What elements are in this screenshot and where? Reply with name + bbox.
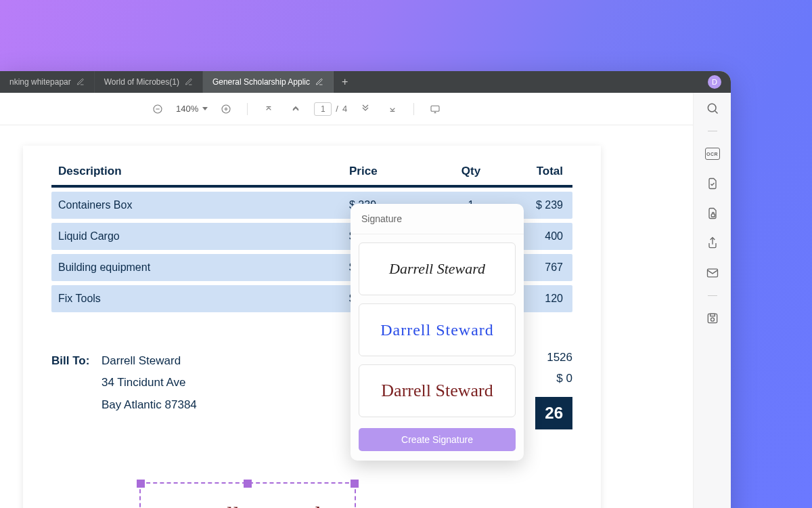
separator [708, 131, 717, 131]
table-headers: Description Price Qty Total [51, 161, 572, 188]
signature-text: Darrell Steward [175, 503, 321, 508]
convert-icon[interactable] [705, 176, 720, 191]
zoom-in-button[interactable] [217, 100, 235, 118]
bill-city: Bay Atlantic 87384 [102, 394, 197, 416]
signature-option-1[interactable]: Darrell Steward [359, 242, 516, 295]
separator [247, 103, 248, 115]
signature-preview: Darrell Steward [381, 381, 493, 401]
resize-handle[interactable] [137, 480, 145, 488]
page-sep: / [336, 104, 338, 114]
prev-page-button[interactable] [287, 100, 304, 118]
col-qty: Qty [430, 165, 512, 178]
summary-subtotal: 1526 [547, 347, 572, 368]
svg-rect-15 [710, 314, 715, 316]
avatar[interactable]: D [708, 75, 721, 89]
pencil-icon [185, 78, 193, 86]
new-tab-button[interactable]: + [334, 71, 356, 93]
separator [413, 103, 414, 115]
zoom-select[interactable]: 140% [176, 104, 208, 114]
bill-to-address: Darrell Steward 34 Tincidunt Ave Bay Atl… [102, 350, 197, 416]
bill-name: Darrell Steward [102, 350, 197, 372]
toolbar: 140% 1 / 4 [0, 93, 731, 125]
tab-label: nking whitepapar [9, 77, 71, 87]
svg-point-8 [708, 104, 716, 112]
cell: Building equipment [58, 261, 349, 274]
cell: Fix Tools [58, 293, 349, 305]
caret-down-icon [202, 107, 208, 110]
create-signature-button[interactable]: Create Signature [359, 428, 516, 451]
share-icon[interactable] [705, 236, 720, 251]
signature-options: Darrell Steward Darrell Steward Darrell … [351, 234, 524, 425]
resize-handle[interactable] [244, 480, 252, 488]
bill-street: 34 Tincidunt Ave [102, 372, 197, 394]
col-total: Total [512, 165, 566, 178]
lock-file-icon[interactable] [705, 206, 720, 221]
first-page-button[interactable] [260, 100, 277, 118]
svg-point-14 [710, 318, 714, 321]
page-indicator: 1 / 4 [314, 102, 347, 116]
placed-signature[interactable]: Darrell Steward [139, 482, 356, 508]
svg-rect-12 [707, 269, 717, 277]
cell: Containers Box [58, 199, 349, 211]
zoom-value: 140% [176, 104, 198, 114]
app-window: nking whitepapar World of Microbes(1) Ge… [0, 71, 731, 508]
tab-microbes[interactable]: World of Microbes(1) [95, 71, 203, 93]
tab-scholarship[interactable]: General Scholarship Applic [203, 71, 334, 93]
signature-option-3[interactable]: Darrell Steward [359, 364, 516, 417]
signature-preview: Darrell Steward [380, 321, 494, 339]
summary-block: 1526 $ 0 [547, 347, 572, 389]
zoom-out-button[interactable] [149, 100, 166, 118]
search-icon[interactable] [705, 101, 720, 116]
signature-option-2[interactable]: Darrell Steward [359, 303, 516, 356]
pencil-icon [315, 78, 323, 86]
signature-panel: Signature Darrell Steward Darrell Stewar… [351, 204, 524, 461]
tab-whitepaper[interactable]: nking whitepapar [0, 71, 95, 93]
content-area: Description Price Qty Total Containers B… [0, 125, 693, 508]
signature-panel-title: Signature [351, 204, 524, 234]
col-description: Description [58, 165, 349, 178]
svg-rect-7 [431, 106, 439, 111]
next-page-button[interactable] [357, 100, 374, 118]
signature-preview: Darrell Steward [389, 260, 485, 278]
cell: Liquid Cargo [58, 230, 349, 242]
last-page-button[interactable] [384, 100, 401, 118]
summary-line2: $ 0 [547, 368, 572, 389]
resize-handle[interactable] [351, 480, 359, 488]
ocr-icon[interactable]: OCR [705, 146, 720, 161]
bill-to-label: Bill To: [51, 350, 91, 416]
pencil-icon [76, 78, 85, 86]
presentation-button[interactable] [426, 100, 444, 118]
right-sidebar: OCR [693, 93, 731, 508]
tab-bar: nking whitepapar World of Microbes(1) Ge… [0, 71, 731, 93]
tab-label: General Scholarship Applic [212, 77, 310, 87]
save-icon[interactable] [705, 311, 720, 326]
grand-total-chip: 26 [535, 397, 572, 429]
page-total: 4 [342, 104, 347, 114]
page-current-input[interactable]: 1 [314, 102, 332, 116]
col-price: Price [349, 165, 430, 178]
svg-line-9 [715, 111, 717, 114]
mail-icon[interactable] [705, 266, 720, 280]
svg-rect-10 [711, 214, 715, 217]
tab-label: World of Microbes(1) [104, 77, 179, 87]
separator [708, 295, 717, 296]
